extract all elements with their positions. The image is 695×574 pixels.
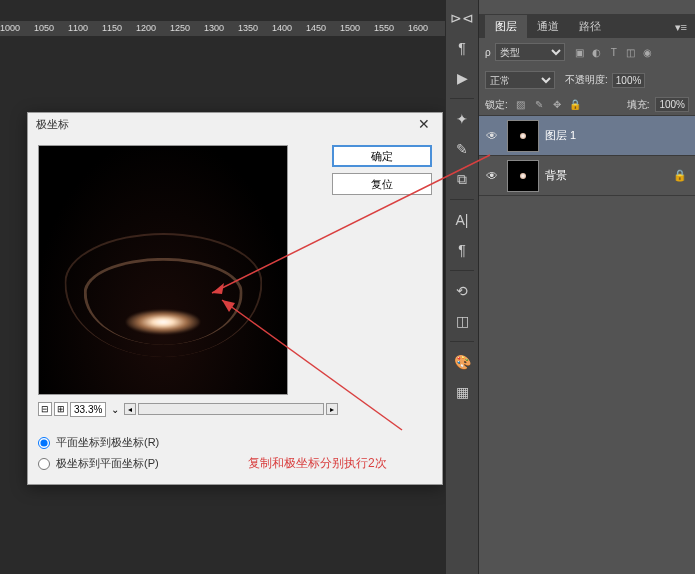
opacity-value[interactable]: 100% (612, 73, 646, 88)
blend-mode-select[interactable]: 正常 (485, 71, 555, 89)
ruler-tick: 1600 (408, 23, 428, 33)
radio-polar-to-rect[interactable]: 极坐标到平面坐标(P) (38, 456, 159, 471)
polar-coordinates-dialog: 极坐标 ✕ ⊟ ⊞ 33.3% ⌄ ◂ ▸ 确定 复位 平面坐标到极坐 (27, 112, 443, 485)
scroll-left-icon[interactable]: ◂ (124, 403, 136, 415)
zoom-level[interactable]: 33.3% (70, 402, 106, 417)
brush-panel-icon[interactable]: ✦ (450, 107, 474, 131)
ruler-tick: 1100 (68, 23, 88, 33)
close-icon[interactable]: ✕ (414, 116, 434, 132)
dialog-titlebar[interactable]: 极坐标 ✕ (28, 113, 442, 135)
filter-pixel-icon[interactable]: ▣ (573, 45, 587, 59)
ruler-tick: 1550 (374, 23, 394, 33)
reset-button[interactable]: 复位 (332, 173, 432, 195)
panel-tabs: 图层 通道 路径 ▾≡ (479, 14, 695, 38)
opacity-label: 不透明度: (565, 73, 608, 87)
ruler-tick: 1150 (102, 23, 122, 33)
vertical-toolstrip: ⊳⊲ ¶ ▶ ✦ ✎ ⧉ A| ¶ ⟲ ◫ 🎨 ▦ (445, 0, 479, 574)
ruler-tick: 1300 (204, 23, 224, 33)
history-panel-icon[interactable]: ⟲ (450, 279, 474, 303)
filter-smart-icon[interactable]: ◉ (641, 45, 655, 59)
nav-panel-icon[interactable]: ◫ (450, 309, 474, 333)
chevron-down-icon[interactable]: ⌄ (108, 404, 122, 415)
radio-input[interactable] (38, 458, 50, 470)
ruler-tick: 1250 (170, 23, 190, 33)
lock-icon[interactable]: 🔒 (673, 169, 691, 182)
ruler-tick: 1350 (238, 23, 258, 33)
expand-icon[interactable]: ⊳⊲ (450, 6, 474, 30)
ruler-tick: 1000 (0, 23, 20, 33)
ruler-tick: 1400 (272, 23, 292, 33)
tab-layers[interactable]: 图层 (485, 15, 527, 38)
zoom-in-button[interactable]: ⊞ (54, 402, 68, 416)
zoom-out-button[interactable]: ⊟ (38, 402, 52, 416)
paragraph-panel-icon[interactable]: ¶ (450, 36, 474, 60)
lock-transparency-icon[interactable]: ▨ (514, 98, 528, 112)
paragraph-icon[interactable]: ¶ (450, 238, 474, 262)
preview-scrollbar[interactable] (138, 403, 324, 415)
layer-row[interactable]: 👁 图层 1 (479, 116, 695, 156)
tab-channels[interactable]: 通道 (527, 15, 569, 38)
brush-presets-icon[interactable]: ✎ (450, 137, 474, 161)
fill-label: 填充: (627, 98, 650, 112)
layer-name[interactable]: 图层 1 (545, 128, 576, 143)
dialog-title: 极坐标 (36, 117, 69, 132)
lock-pixels-icon[interactable]: ✎ (532, 98, 546, 112)
swatches-panel-icon[interactable]: ▦ (450, 380, 474, 404)
preview-image (39, 146, 287, 394)
layer-row[interactable]: 👁 背景 🔒 (479, 156, 695, 196)
lock-position-icon[interactable]: ✥ (550, 98, 564, 112)
ok-button[interactable]: 确定 (332, 145, 432, 167)
layer-name[interactable]: 背景 (545, 168, 567, 183)
layer-kind-filter[interactable]: 类型 (495, 43, 565, 61)
visibility-eye-icon[interactable]: 👁 (483, 169, 501, 183)
play-icon[interactable]: ▶ (450, 66, 474, 90)
lock-label: 锁定: (485, 98, 508, 112)
annotation-text: 复制和极坐标分别执行2次 (248, 455, 387, 472)
ruler-tick: 1500 (340, 23, 360, 33)
clone-source-icon[interactable]: ⧉ (450, 167, 474, 191)
color-panel-icon[interactable]: 🎨 (450, 350, 474, 374)
ruler-tick: 1050 (34, 23, 54, 33)
filter-adjust-icon[interactable]: ◐ (590, 45, 604, 59)
lock-all-icon[interactable]: 🔒 (568, 98, 582, 112)
visibility-eye-icon[interactable]: 👁 (483, 129, 501, 143)
radio-rect-to-polar[interactable]: 平面坐标到极坐标(R) (38, 435, 159, 450)
fill-value[interactable]: 100% (655, 97, 689, 112)
filter-shape-icon[interactable]: ◫ (624, 45, 638, 59)
radio-label: 极坐标到平面坐标(P) (56, 456, 159, 471)
panel-menu-icon[interactable]: ▾≡ (667, 17, 695, 38)
radio-label: 平面坐标到极坐标(R) (56, 435, 159, 450)
filter-type-icon[interactable]: T (607, 45, 621, 59)
layer-thumbnail[interactable] (507, 120, 539, 152)
scroll-right-icon[interactable]: ▸ (326, 403, 338, 415)
layer-thumbnail[interactable] (507, 160, 539, 192)
layers-list: 👁 图层 1 👁 背景 🔒 (479, 116, 695, 196)
coordinate-mode-radios: 平面坐标到极坐标(R) 极坐标到平面坐标(P) (38, 435, 159, 477)
character-panel-icon[interactable]: A| (450, 208, 474, 232)
layers-panel-area: 图层 通道 路径 ▾≡ ρ 类型 ▣ ◐ T ◫ ◉ 正常 不透明度: 100%… (479, 0, 695, 574)
ruler-tick: 1200 (136, 23, 156, 33)
radio-input[interactable] (38, 437, 50, 449)
tab-paths[interactable]: 路径 (569, 15, 611, 38)
ruler-horizontal: 1000 1050 1100 1150 1200 1250 1300 1350 … (0, 21, 445, 37)
ruler-tick: 1450 (306, 23, 326, 33)
filter-preview[interactable] (38, 145, 288, 395)
